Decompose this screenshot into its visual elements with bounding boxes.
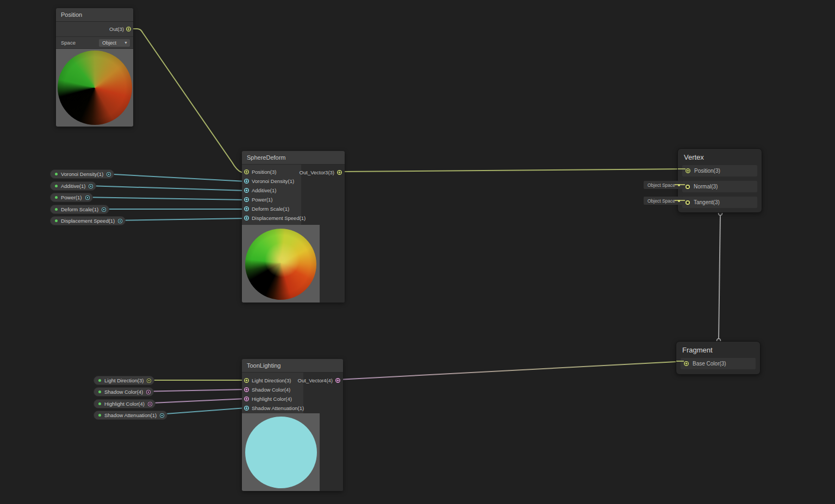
edge-spheredeform-to-vertex-position[interactable] [340, 169, 687, 172]
input-slot-label: Highlight Color(4) [252, 396, 292, 402]
binding-label: Object Space [647, 182, 675, 188]
slot-label: Position(3) [694, 168, 720, 174]
edge-position-to-spheredeform[interactable] [130, 29, 246, 172]
vertex-slot-normal: Normal(3) [682, 181, 757, 192]
property-pill-shadow-attenuation[interactable]: Shadow Attenuation(1) [94, 411, 167, 420]
input-column: Light Direction(3) Shadow Color(4) Highl… [242, 373, 303, 413]
input-port-icon[interactable] [686, 200, 690, 205]
property-pill-shadow-color[interactable]: Shadow Color(4) [94, 387, 154, 396]
edge-power[interactable] [82, 197, 246, 200]
input-port-icon[interactable] [244, 188, 249, 193]
toonlighting-preview [242, 413, 320, 491]
input-port-icon[interactable] [244, 206, 249, 211]
input-slot: Position(3) [242, 167, 301, 177]
input-port-icon[interactable] [244, 197, 249, 202]
exposed-dot-icon [98, 402, 101, 405]
input-port-icon[interactable] [244, 406, 249, 411]
input-port-icon[interactable] [244, 216, 249, 220]
output-port-icon[interactable] [148, 402, 152, 406]
property-pill-additive[interactable]: Additive(1) [50, 181, 96, 191]
output-port-icon[interactable] [102, 207, 106, 212]
output-slot: Out_Vector4(4) [298, 377, 340, 383]
exposed-dot-icon [98, 379, 101, 382]
output-port-icon[interactable] [89, 184, 93, 188]
input-slot-label: Shadow Attenuation(1) [252, 405, 304, 411]
property-pill-light-direction[interactable]: Light Direction(3) [94, 376, 154, 385]
property-label: Power(1) [61, 194, 82, 200]
property-pill-highlight-color[interactable]: Highlight Color(4) [94, 399, 155, 408]
binding-chip-normal: Object Space [644, 181, 683, 189]
node-spheredeform[interactable]: SphereDeform Position(3) Voronoi Density… [242, 151, 345, 303]
property-label: Light Direction(3) [104, 377, 144, 383]
input-slot-label: Additive(1) [252, 187, 276, 193]
spheredeform-preview [242, 225, 320, 303]
edge-highlight-color[interactable] [141, 399, 246, 404]
fragment-slot-base-color: Base Color(3) [681, 358, 756, 369]
edge-displacement-speed[interactable] [111, 218, 246, 220]
property-label: Shadow Color(4) [104, 389, 143, 395]
slot-label: Base Color(3) [693, 361, 726, 367]
space-label: Space [61, 40, 76, 46]
binding-dot-icon [678, 184, 680, 186]
input-port-icon[interactable] [244, 179, 249, 184]
output-port-icon[interactable] [337, 170, 342, 175]
output-port-icon[interactable] [126, 27, 131, 32]
input-port-icon[interactable] [686, 185, 690, 189]
input-port-icon[interactable] [244, 169, 249, 174]
node-title: SphereDeform [242, 151, 345, 165]
output-slot: Out_Vector3(3) [300, 169, 342, 175]
input-slot-label: Deform Scale(1) [252, 206, 289, 212]
slot-label: Normal(3) [694, 184, 718, 190]
edge-shadow-color[interactable] [139, 389, 246, 392]
output-port-icon[interactable] [335, 378, 340, 383]
node-toonlighting[interactable]: ToonLighting Light Direction(3) Shadow C… [242, 359, 343, 491]
space-setting-row: Space Object ▼ [56, 37, 133, 49]
input-slot-label: Displacement Speed(1) [252, 215, 306, 221]
output-port-icon[interactable] [146, 390, 151, 394]
output-port-icon[interactable] [85, 196, 90, 200]
vertex-slot-position: Position(3) [682, 165, 757, 177]
space-dropdown[interactable]: Object ▼ [99, 39, 130, 47]
edge-vertex-to-fragment-flow[interactable] [719, 215, 720, 339]
input-port-icon[interactable] [244, 387, 249, 392]
output-port-icon[interactable] [107, 172, 111, 177]
edge-voronoi-density[interactable] [104, 174, 246, 181]
binding-chip-tangent: Object Space [644, 197, 683, 205]
spheredeform-preview-sphere [245, 229, 316, 300]
exposed-dot-icon [55, 219, 58, 222]
node-fragment[interactable]: Fragment Base Color(3) [676, 341, 761, 375]
input-slot: Deform Scale(1) [242, 204, 301, 213]
input-port-icon[interactable] [684, 361, 689, 366]
input-port-icon[interactable] [686, 168, 690, 173]
exposed-dot-icon [55, 208, 58, 211]
position-preview [56, 49, 133, 127]
input-slot-label: Power(1) [252, 197, 273, 203]
output-port-icon[interactable] [118, 219, 122, 223]
exposed-dot-icon [55, 173, 58, 175]
property-label: Additive(1) [61, 183, 85, 189]
property-pill-power[interactable]: Power(1) [50, 193, 93, 202]
vertex-slot-tangent: Tangent(3) [682, 197, 757, 208]
binding-label: Object Space [647, 198, 675, 204]
binding-dot-icon [678, 200, 680, 202]
property-pill-voronoi-density[interactable]: Voronoi Density(1) [50, 169, 114, 179]
shader-graph-canvas[interactable]: Position Out(3) Space Object ▼ SphereDef… [0, 0, 835, 504]
input-slot: Displacement Speed(1) [242, 213, 301, 223]
property-pill-displacement-speed[interactable]: Displacement Speed(1) [50, 216, 126, 225]
position-preview-sphere [58, 51, 132, 125]
node-title: Position [56, 8, 133, 22]
property-label: Displacement Speed(1) [61, 218, 115, 224]
node-position[interactable]: Position Out(3) Space Object ▼ [56, 8, 133, 127]
output-port-icon[interactable] [160, 413, 164, 418]
edge-toonlighting-to-fragment[interactable] [339, 361, 687, 380]
output-slot-label: Out_Vector4(4) [298, 377, 333, 383]
input-port-icon[interactable] [244, 378, 249, 383]
output-port-icon[interactable] [147, 379, 151, 383]
input-slot: Power(1) [242, 195, 301, 204]
property-pill-deform-scale[interactable]: Deform Scale(1) [50, 205, 109, 214]
node-vertex[interactable]: Vertex Position(3) Normal(3) Tangent(3) [677, 148, 762, 213]
edge-additive[interactable] [89, 186, 246, 191]
input-port-icon[interactable] [244, 396, 249, 401]
input-slot: Shadow Attenuation(1) [242, 404, 303, 413]
property-label: Deform Scale(1) [61, 206, 98, 212]
